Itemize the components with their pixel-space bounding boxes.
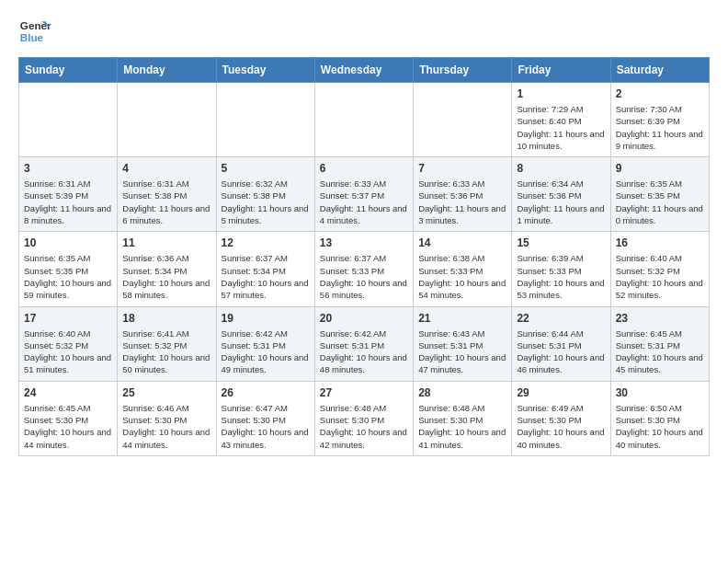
- calendar-header-row: SundayMondayTuesdayWednesdayThursdayFrid…: [19, 58, 710, 83]
- calendar-cell: 26Sunrise: 6:47 AM Sunset: 5:30 PM Dayli…: [216, 381, 314, 455]
- calendar-header-friday: Friday: [512, 58, 610, 83]
- calendar-cell: 12Sunrise: 6:37 AM Sunset: 5:34 PM Dayli…: [216, 232, 314, 306]
- calendar-cell: 23Sunrise: 6:45 AM Sunset: 5:31 PM Dayli…: [610, 306, 709, 381]
- day-info: Sunrise: 6:35 AM Sunset: 5:35 PM Dayligh…: [616, 178, 704, 226]
- day-info: Sunrise: 6:39 AM Sunset: 5:33 PM Dayligh…: [517, 252, 605, 301]
- day-number: 7: [418, 162, 506, 175]
- day-number: 3: [24, 162, 112, 175]
- day-number: 12: [222, 236, 310, 249]
- day-info: Sunrise: 6:41 AM Sunset: 5:32 PM Dayligh…: [122, 327, 210, 376]
- day-number: 1: [517, 87, 605, 100]
- calendar-cell: 17Sunrise: 6:40 AM Sunset: 5:32 PM Dayli…: [19, 306, 118, 381]
- day-number: 23: [616, 312, 704, 325]
- logo-icon: General Blue: [18, 15, 51, 48]
- calendar-cell: 14Sunrise: 6:38 AM Sunset: 5:33 PM Dayli…: [414, 232, 512, 306]
- day-info: Sunrise: 6:31 AM Sunset: 5:39 PM Dayligh…: [24, 178, 112, 226]
- calendar-cell: 2Sunrise: 7:30 AM Sunset: 6:39 PM Daylig…: [610, 83, 709, 157]
- calendar-header-saturday: Saturday: [610, 58, 709, 83]
- day-number: 4: [122, 162, 210, 175]
- day-number: 5: [222, 162, 310, 175]
- calendar-cell: [414, 83, 512, 157]
- day-info: Sunrise: 6:48 AM Sunset: 5:30 PM Dayligh…: [418, 402, 506, 451]
- day-number: 15: [517, 236, 605, 249]
- calendar-cell: 16Sunrise: 6:40 AM Sunset: 5:32 PM Dayli…: [610, 232, 709, 306]
- day-number: 10: [24, 236, 112, 249]
- calendar-cell: 29Sunrise: 6:49 AM Sunset: 5:30 PM Dayli…: [512, 381, 610, 455]
- calendar-cell: 6Sunrise: 6:33 AM Sunset: 5:37 PM Daylig…: [314, 157, 413, 232]
- day-info: Sunrise: 6:43 AM Sunset: 5:31 PM Dayligh…: [418, 327, 506, 376]
- page-header: General Blue: [18, 15, 710, 48]
- day-number: 8: [517, 162, 605, 175]
- calendar-cell: [216, 83, 314, 157]
- day-info: Sunrise: 6:45 AM Sunset: 5:30 PM Dayligh…: [24, 402, 112, 451]
- calendar-cell: 11Sunrise: 6:36 AM Sunset: 5:34 PM Dayli…: [118, 232, 216, 306]
- calendar-cell: 1Sunrise: 7:29 AM Sunset: 6:40 PM Daylig…: [512, 83, 610, 157]
- day-info: Sunrise: 6:35 AM Sunset: 5:35 PM Dayligh…: [24, 252, 112, 301]
- calendar-cell: 9Sunrise: 6:35 AM Sunset: 5:35 PM Daylig…: [610, 157, 709, 232]
- calendar-cell: 8Sunrise: 6:34 AM Sunset: 5:36 PM Daylig…: [512, 157, 610, 232]
- calendar-table: SundayMondayTuesdayWednesdayThursdayFrid…: [18, 57, 710, 456]
- day-info: Sunrise: 6:46 AM Sunset: 5:30 PM Dayligh…: [122, 402, 210, 451]
- day-info: Sunrise: 6:33 AM Sunset: 5:37 PM Dayligh…: [320, 178, 408, 226]
- day-number: 17: [24, 312, 112, 325]
- day-number: 2: [616, 87, 704, 100]
- calendar-cell: 19Sunrise: 6:42 AM Sunset: 5:31 PM Dayli…: [216, 306, 314, 381]
- day-number: 9: [616, 162, 704, 175]
- calendar-cell: 25Sunrise: 6:46 AM Sunset: 5:30 PM Dayli…: [118, 381, 216, 455]
- svg-text:Blue: Blue: [20, 31, 44, 43]
- calendar-cell: 21Sunrise: 6:43 AM Sunset: 5:31 PM Dayli…: [414, 306, 512, 381]
- day-info: Sunrise: 6:34 AM Sunset: 5:36 PM Dayligh…: [517, 178, 605, 226]
- calendar-header-thursday: Thursday: [414, 58, 512, 83]
- day-info: Sunrise: 6:37 AM Sunset: 5:33 PM Dayligh…: [320, 252, 408, 301]
- day-number: 13: [320, 236, 408, 249]
- calendar-header-wednesday: Wednesday: [314, 58, 413, 83]
- day-number: 19: [222, 312, 310, 325]
- calendar-cell: [118, 83, 216, 157]
- calendar-cell: 28Sunrise: 6:48 AM Sunset: 5:30 PM Dayli…: [414, 381, 512, 455]
- day-info: Sunrise: 6:33 AM Sunset: 5:36 PM Dayligh…: [418, 178, 506, 226]
- day-number: 30: [616, 386, 704, 399]
- day-info: Sunrise: 6:37 AM Sunset: 5:34 PM Dayligh…: [222, 252, 310, 301]
- day-number: 22: [517, 312, 605, 325]
- calendar-cell: 18Sunrise: 6:41 AM Sunset: 5:32 PM Dayli…: [118, 306, 216, 381]
- day-info: Sunrise: 6:40 AM Sunset: 5:32 PM Dayligh…: [616, 252, 704, 301]
- day-info: Sunrise: 6:40 AM Sunset: 5:32 PM Dayligh…: [24, 327, 112, 376]
- day-number: 6: [320, 162, 408, 175]
- calendar-week-row: 1Sunrise: 7:29 AM Sunset: 6:40 PM Daylig…: [19, 83, 710, 157]
- day-info: Sunrise: 6:32 AM Sunset: 5:38 PM Dayligh…: [222, 178, 310, 226]
- calendar-week-row: 17Sunrise: 6:40 AM Sunset: 5:32 PM Dayli…: [19, 306, 710, 381]
- calendar-cell: 4Sunrise: 6:31 AM Sunset: 5:38 PM Daylig…: [118, 157, 216, 232]
- logo: General Blue: [18, 15, 51, 48]
- day-info: Sunrise: 6:47 AM Sunset: 5:30 PM Dayligh…: [222, 402, 310, 451]
- calendar-cell: 10Sunrise: 6:35 AM Sunset: 5:35 PM Dayli…: [19, 232, 118, 306]
- calendar-week-row: 3Sunrise: 6:31 AM Sunset: 5:39 PM Daylig…: [19, 157, 710, 232]
- calendar-week-row: 24Sunrise: 6:45 AM Sunset: 5:30 PM Dayli…: [19, 381, 710, 455]
- calendar-header-monday: Monday: [118, 58, 216, 83]
- calendar-cell: 3Sunrise: 6:31 AM Sunset: 5:39 PM Daylig…: [19, 157, 118, 232]
- calendar-cell: 5Sunrise: 6:32 AM Sunset: 5:38 PM Daylig…: [216, 157, 314, 232]
- calendar-cell: 27Sunrise: 6:48 AM Sunset: 5:30 PM Dayli…: [314, 381, 413, 455]
- calendar-cell: [19, 83, 118, 157]
- calendar-cell: 7Sunrise: 6:33 AM Sunset: 5:36 PM Daylig…: [414, 157, 512, 232]
- day-info: Sunrise: 6:42 AM Sunset: 5:31 PM Dayligh…: [222, 327, 310, 376]
- day-number: 16: [616, 236, 704, 249]
- day-info: Sunrise: 7:30 AM Sunset: 6:39 PM Dayligh…: [616, 103, 704, 152]
- calendar-cell: [314, 83, 413, 157]
- day-number: 26: [222, 386, 310, 399]
- day-info: Sunrise: 6:50 AM Sunset: 5:30 PM Dayligh…: [616, 402, 704, 451]
- day-info: Sunrise: 6:36 AM Sunset: 5:34 PM Dayligh…: [122, 252, 210, 301]
- day-info: Sunrise: 6:44 AM Sunset: 5:31 PM Dayligh…: [517, 327, 605, 376]
- day-number: 24: [24, 386, 112, 399]
- day-number: 11: [122, 236, 210, 249]
- day-number: 28: [418, 386, 506, 399]
- day-info: Sunrise: 6:49 AM Sunset: 5:30 PM Dayligh…: [517, 402, 605, 451]
- day-info: Sunrise: 6:31 AM Sunset: 5:38 PM Dayligh…: [122, 178, 210, 226]
- day-number: 21: [418, 312, 506, 325]
- day-info: Sunrise: 6:45 AM Sunset: 5:31 PM Dayligh…: [616, 327, 704, 376]
- calendar-cell: 30Sunrise: 6:50 AM Sunset: 5:30 PM Dayli…: [610, 381, 709, 455]
- day-number: 20: [320, 312, 408, 325]
- day-number: 25: [122, 386, 210, 399]
- calendar-cell: 13Sunrise: 6:37 AM Sunset: 5:33 PM Dayli…: [314, 232, 413, 306]
- calendar-week-row: 10Sunrise: 6:35 AM Sunset: 5:35 PM Dayli…: [19, 232, 710, 306]
- calendar-cell: 15Sunrise: 6:39 AM Sunset: 5:33 PM Dayli…: [512, 232, 610, 306]
